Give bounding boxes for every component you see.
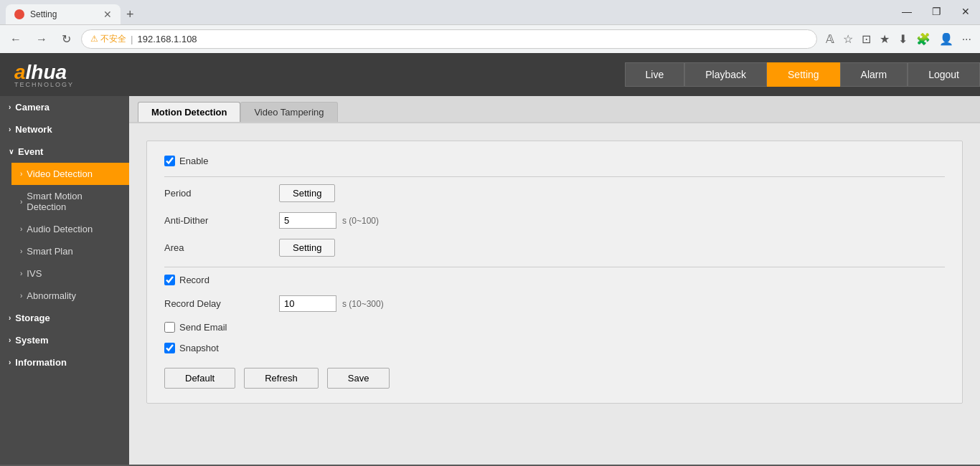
profile-icon[interactable]: 👤 <box>936 29 956 49</box>
send-email-label: Send Email <box>179 322 227 333</box>
chevron-right-icon: › <box>20 170 22 178</box>
chevron-right-icon: › <box>9 103 11 111</box>
enable-checkbox[interactable] <box>164 156 175 166</box>
logo: alhua TECHNOLOGY <box>0 54 88 95</box>
logo-technology: TECHNOLOGY <box>14 81 74 88</box>
sidebar-item-smart-motion[interactable]: › Smart Motion Detection <box>11 185 129 218</box>
chevron-right-icon: › <box>20 247 22 255</box>
chevron-right-icon: › <box>9 358 11 366</box>
enable-label: Enable <box>179 156 208 166</box>
sidebar-item-system[interactable]: › System <box>0 329 129 351</box>
chevron-down-icon: ∨ <box>9 148 14 156</box>
setting-nav-button[interactable]: Setting <box>767 62 840 87</box>
area-row: Area Setting <box>164 239 945 257</box>
forward-button[interactable]: → <box>32 32 52 47</box>
period-label: Period <box>164 188 279 199</box>
sidebar-item-camera[interactable]: › Camera <box>0 96 129 118</box>
content-tabs: Motion Detection Video Tampering <box>129 96 980 123</box>
url-field[interactable]: ⚠ 不安全 | 192.168.1.108 <box>81 29 817 49</box>
snapshot-row: Snapshot <box>164 343 945 353</box>
extensions-icon[interactable]: 🧩 <box>913 29 933 49</box>
send-email-checkbox[interactable] <box>164 322 175 333</box>
split-view-icon[interactable]: ⊡ <box>859 29 874 49</box>
favorites-icon[interactable]: ☆ <box>840 29 856 49</box>
record-delay-row: Record Delay s (10~300) <box>164 295 945 312</box>
anti-dither-input[interactable] <box>279 212 336 229</box>
record-label: Record <box>179 275 209 285</box>
alarm-nav-button[interactable]: Alarm <box>840 62 908 87</box>
save-button[interactable]: Save <box>327 368 390 389</box>
more-icon[interactable]: ··· <box>959 30 974 49</box>
browser-toolbar: 𝔸 ☆ ⊡ ★ ⬇ 🧩 👤 ··· <box>823 29 974 49</box>
default-button[interactable]: Default <box>164 368 235 389</box>
tab-motion-detection[interactable]: Motion Detection <box>138 102 240 122</box>
sidebar-item-storage[interactable]: › Storage <box>0 307 129 329</box>
period-setting-button[interactable]: Setting <box>279 184 335 202</box>
main-layout: › Camera › Network ∨ Event › Video Detec… <box>0 96 980 465</box>
chevron-right-icon: › <box>9 336 11 344</box>
back-button[interactable]: ← <box>6 32 26 47</box>
sidebar-item-smart-plan[interactable]: › Smart Plan <box>11 240 129 262</box>
downloads-icon[interactable]: ⬇ <box>895 29 910 49</box>
live-nav-button[interactable]: Live <box>625 62 685 87</box>
playback-nav-button[interactable]: Playback <box>684 62 767 87</box>
record-delay-label: Record Delay <box>164 298 279 309</box>
logo-a-letter: a <box>14 61 26 83</box>
sidebar-item-video-detection[interactable]: › Video Detection <box>11 163 129 185</box>
form-container: Enable Period Setting Anti-Dither s (0~1… <box>129 123 980 421</box>
sidebar-abnormality-label: Abnormality <box>27 290 76 301</box>
sidebar: › Camera › Network ∨ Event › Video Detec… <box>0 96 129 465</box>
tab-video-tampering[interactable]: Video Tampering <box>240 102 337 122</box>
area-setting-button[interactable]: Setting <box>279 239 335 257</box>
logout-nav-button[interactable]: Logout <box>908 62 980 87</box>
sidebar-item-information[interactable]: › Information <box>0 351 129 374</box>
sidebar-network-label: Network <box>15 124 52 135</box>
chevron-right-icon: › <box>9 314 11 322</box>
tab-favicon <box>14 9 24 19</box>
record-delay-hint: s (10~300) <box>342 299 384 309</box>
anti-dither-hint: s (0~100) <box>342 216 379 226</box>
chevron-right-icon: › <box>20 198 22 206</box>
sidebar-item-abnormality[interactable]: › Abnormality <box>11 285 129 307</box>
sidebar-event-label: Event <box>18 146 43 157</box>
sidebar-event-submenu: › Video Detection › Smart Motion Detecti… <box>0 163 129 307</box>
anti-dither-label: Anti-Dither <box>164 215 279 226</box>
close-button[interactable]: ✕ <box>951 0 980 23</box>
sidebar-video-detection-label: Video Detection <box>27 168 93 179</box>
sidebar-item-audio-detection[interactable]: › Audio Detection <box>11 218 129 240</box>
collections-icon[interactable]: ★ <box>877 29 892 49</box>
sidebar-smart-plan-label: Smart Plan <box>27 246 72 257</box>
form-area: Enable Period Setting Anti-Dither s (0~1… <box>146 141 963 404</box>
sidebar-item-ivs[interactable]: › IVS <box>11 262 129 285</box>
period-row: Period Setting <box>164 184 945 202</box>
divider-2 <box>164 267 945 267</box>
record-delay-input[interactable] <box>279 295 336 312</box>
sidebar-ivs-label: IVS <box>27 268 42 279</box>
tab-close-btn[interactable]: ✕ <box>103 9 112 20</box>
tab-title: Setting <box>30 9 98 19</box>
maximize-button[interactable]: ❐ <box>922 0 951 23</box>
read-mode-icon[interactable]: 𝔸 <box>823 29 837 49</box>
sidebar-audio-detection-label: Audio Detection <box>27 224 93 234</box>
minimize-button[interactable]: — <box>892 0 922 23</box>
snapshot-checkbox[interactable] <box>164 343 175 353</box>
reload-button[interactable]: ↻ <box>57 31 75 47</box>
area-label: Area <box>164 242 279 253</box>
new-tab-button[interactable]: + <box>121 7 140 22</box>
app-header: alhua TECHNOLOGY Live Playback Setting A… <box>0 53 980 96</box>
url-text: 192.168.1.108 <box>137 34 807 44</box>
browser-tab[interactable]: Setting ✕ <box>6 4 121 24</box>
sidebar-smart-motion-label: Smart Motion Detection <box>27 191 121 212</box>
snapshot-label: Snapshot <box>179 343 219 353</box>
main-nav: Live Playback Setting Alarm Logout <box>625 62 980 87</box>
action-buttons: Default Refresh Save <box>164 368 945 389</box>
sidebar-item-network[interactable]: › Network <box>0 118 129 141</box>
address-bar: ← → ↻ ⚠ 不安全 | 192.168.1.108 𝔸 ☆ ⊡ ★ ⬇ 🧩 … <box>0 24 980 53</box>
sidebar-item-event[interactable]: ∨ Event <box>0 141 129 163</box>
enable-row: Enable <box>164 156 945 166</box>
chevron-right-icon: › <box>20 292 22 300</box>
refresh-button[interactable]: Refresh <box>244 368 319 389</box>
sidebar-storage-label: Storage <box>15 313 50 323</box>
record-checkbox[interactable] <box>164 275 175 285</box>
anti-dither-row: Anti-Dither s (0~100) <box>164 212 945 229</box>
